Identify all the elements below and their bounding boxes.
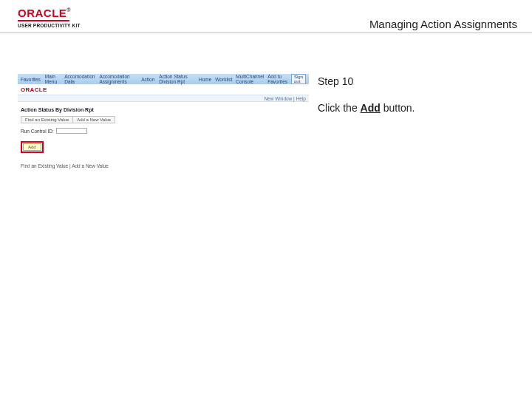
instr-prefix: Click the — [318, 102, 361, 114]
header-divider — [0, 33, 532, 33]
instruction-panel: Step 10 Click the Add button. — [318, 75, 517, 114]
oracle-wordmark: ORACLE — [18, 7, 66, 19]
add-row: Add — [21, 141, 306, 153]
nav-worklist[interactable]: Worklist — [215, 77, 232, 82]
tab-add-new[interactable]: Add a New Value — [73, 116, 115, 123]
breadcrumb[interactable]: Action — [141, 77, 154, 82]
footer-links[interactable]: Find an Existing Value | Add a New Value — [21, 163, 306, 168]
app-body: Action Status By Division Rpt Find an Ex… — [18, 102, 309, 170]
step-label: Step 10 — [318, 75, 517, 87]
run-control-label: Run Control ID: — [21, 129, 54, 134]
sub-bar: New Window | Help — [18, 95, 309, 102]
breadcrumb[interactable]: Accomodation Data — [64, 74, 95, 84]
mini-oracle-logo: ORACLE — [21, 86, 47, 93]
instr-suffix: button. — [381, 102, 415, 114]
nav-home[interactable]: Home — [199, 77, 211, 82]
page-title: Managing Action Assignments — [369, 18, 517, 30]
add-button-highlight: Add — [21, 141, 44, 153]
signout-button[interactable]: Sign out — [291, 74, 306, 84]
page-header: ORACLE® USER PRODUCTIVITY KIT Managing A… — [0, 7, 532, 40]
upk-subtitle: USER PRODUCTIVITY KIT — [18, 23, 81, 28]
nav-add-favorites[interactable]: Add to Favorites — [267, 74, 287, 84]
embedded-app: Favorites Main Menu Accomodation Data Ac… — [18, 74, 309, 185]
logo-underline — [18, 20, 69, 21]
breadcrumb[interactable]: Accomodation Assignments — [99, 74, 137, 84]
oracle-logo: ORACLE® — [18, 7, 81, 18]
nav-multichannel[interactable]: MultiChannel Console — [236, 74, 264, 84]
nav-main-menu[interactable]: Main Menu — [45, 74, 60, 84]
brand-block: ORACLE® USER PRODUCTIVITY KIT — [18, 7, 81, 28]
instruction-line: Click the Add button. — [318, 102, 517, 114]
breadcrumb[interactable]: Action Status Division Rpt — [159, 74, 194, 84]
app-brand-bar: ORACLE — [18, 84, 309, 95]
instr-bold: Add — [361, 102, 381, 114]
subbar-links[interactable]: New Window | Help — [264, 96, 306, 101]
nav-favorites[interactable]: Favorites — [21, 77, 41, 82]
run-control-input[interactable] — [56, 128, 87, 134]
nav-right: Home Worklist MultiChannel Console Add t… — [199, 74, 306, 84]
report-title: Action Status By Division Rpt — [21, 107, 306, 112]
run-control-row: Run Control ID: — [21, 128, 306, 134]
add-button[interactable]: Add — [23, 143, 41, 151]
tab-find-existing[interactable]: Find an Existing Value — [21, 116, 73, 123]
mode-tabs: Find an Existing Value Add a New Value — [21, 116, 306, 123]
trademark-symbol: ® — [66, 7, 71, 13]
app-top-nav: Favorites Main Menu Accomodation Data Ac… — [18, 74, 309, 84]
